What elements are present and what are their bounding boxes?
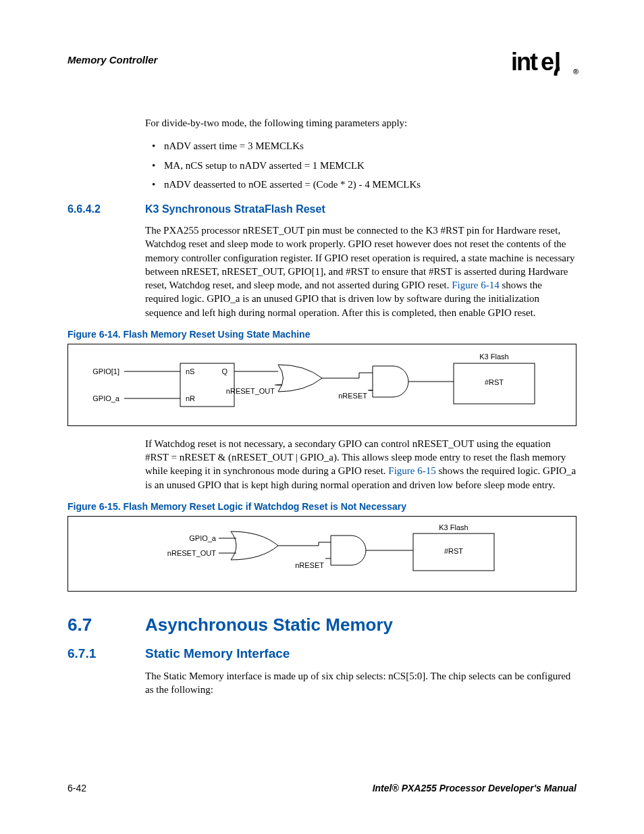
svg-text:nR: nR xyxy=(186,394,195,402)
svg-text:#RST: #RST xyxy=(444,547,463,555)
page-number: 6-42 xyxy=(68,783,86,793)
heading-number: 6.7.1 xyxy=(68,646,145,661)
bullet-item: nADV deasserted to nOE asserted = (Code … xyxy=(145,178,576,191)
figure-6-14-caption: Figure 6-14. Flash Memory Reset Using St… xyxy=(68,329,576,340)
figure-xref[interactable]: Figure 6-15 xyxy=(388,465,435,476)
svg-text:Q: Q xyxy=(221,367,227,375)
heading-text: Asynchronous Static Memory xyxy=(145,615,393,635)
para-671: The Static Memory interface is made up o… xyxy=(145,669,576,697)
svg-text:K3 Flash: K3 Flash xyxy=(479,353,508,361)
svg-text:K3 Flash: K3 Flash xyxy=(439,523,468,531)
label-gpioa: GPIO_a xyxy=(92,394,120,402)
heading-number: 6.6.4.2 xyxy=(68,203,145,215)
page-footer: 6-42 Intel® PXA255 Processor Developer's… xyxy=(68,783,576,793)
heading-6-7: 6.7 Asynchronous Static Memory xyxy=(68,615,576,635)
bullet-item: nADV assert time = 3 MEMCLKs xyxy=(145,139,576,153)
svg-text:nRESET: nRESET xyxy=(338,392,367,400)
svg-text:int: int xyxy=(511,49,538,76)
para-6642-2: If Watchdog reset is not necessary, a se… xyxy=(145,437,576,492)
svg-text:GPIO_a: GPIO_a xyxy=(189,534,217,542)
heading-text: Static Memory Interface xyxy=(145,646,290,661)
svg-text:nRESET: nRESET xyxy=(295,561,324,569)
label-gpio1: GPIO[1] xyxy=(92,367,119,375)
doc-title-footer: Intel® PXA255 Processor Developer's Manu… xyxy=(373,783,576,793)
figure-6-14: GPIO[1] GPIO_a nS Q nR nRESET_OUT xyxy=(68,344,576,426)
intel-logo: int e l ® xyxy=(511,49,576,77)
svg-text:#RST: #RST xyxy=(485,378,504,386)
registered-mark: ® xyxy=(573,68,578,76)
svg-text:e: e xyxy=(541,49,554,76)
section-running-head: Memory Controller xyxy=(68,54,157,66)
intro-para: For divide-by-two mode, the following ti… xyxy=(145,116,576,130)
page-header: Memory Controller int e l ® xyxy=(68,54,576,82)
timing-bullets: nADV assert time = 3 MEMCLKs MA, nCS set… xyxy=(145,139,576,191)
figure-6-15-caption: Figure 6-15. Flash Memory Reset Logic if… xyxy=(68,501,576,512)
bullet-item: MA, nCS setup to nADV asserted = 1 MEMCL… xyxy=(145,159,576,172)
svg-text:nRESET_OUT: nRESET_OUT xyxy=(167,549,216,557)
svg-text:nRESET_OUT: nRESET_OUT xyxy=(226,387,275,395)
heading-6-7-1: 6.7.1 Static Memory Interface xyxy=(68,646,576,661)
svg-text:nS: nS xyxy=(186,367,194,375)
heading-text: K3 Synchronous StrataFlash Reset xyxy=(145,203,325,215)
figure-xref[interactable]: Figure 6-14 xyxy=(452,280,499,290)
figure-6-15: GPIO_a nRESET_OUT nRESET K3 Flash #RST xyxy=(68,516,576,592)
heading-6-6-4-2: 6.6.4.2 K3 Synchronous StrataFlash Reset xyxy=(68,203,576,215)
heading-number: 6.7 xyxy=(68,615,145,635)
para-6642-1: The PXA255 processor nRESET_OUT pin must… xyxy=(145,224,576,319)
